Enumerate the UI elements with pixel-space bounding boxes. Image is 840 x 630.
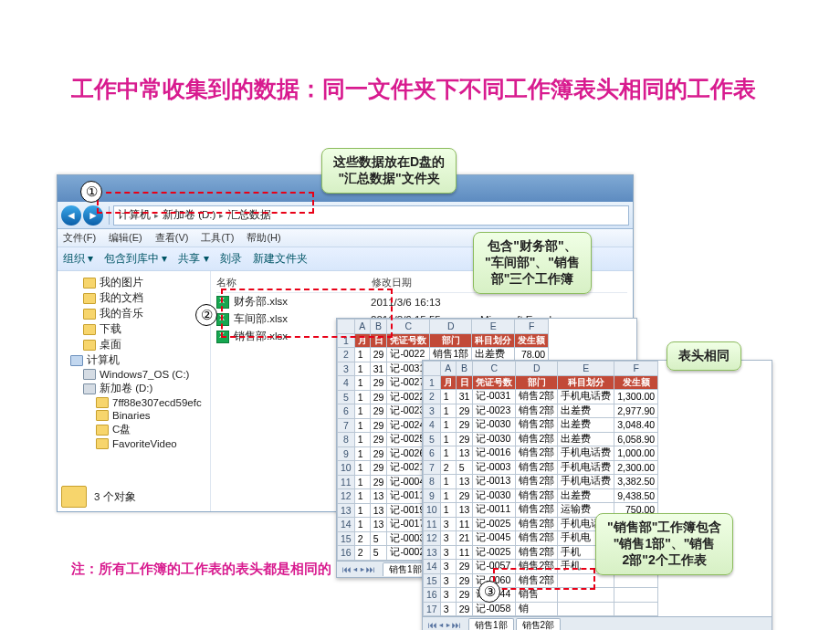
- tree-item[interactable]: 我的图片: [58, 275, 210, 290]
- table-cell[interactable]: 2: [354, 546, 370, 561]
- table-cell[interactable]: 3: [440, 545, 456, 560]
- table-cell[interactable]: 29: [370, 433, 387, 447]
- table-cell[interactable]: 1: [440, 418, 456, 433]
- table-cell[interactable]: 3: [440, 531, 456, 546]
- table-cell[interactable]: 6,058.90: [614, 432, 658, 446]
- table-cell[interactable]: 29: [456, 588, 473, 603]
- table-cell[interactable]: 1: [354, 518, 370, 532]
- table-cell[interactable]: 销售2部: [516, 418, 558, 433]
- table-cell[interactable]: 1: [354, 461, 370, 476]
- tree-item[interactable]: 新加卷 (D:): [58, 381, 210, 396]
- table-cell[interactable]: 5: [370, 531, 387, 546]
- table-cell[interactable]: 1: [440, 488, 456, 503]
- table-cell[interactable]: [558, 588, 614, 603]
- tree-item[interactable]: 我的音乐: [58, 306, 210, 321]
- table-cell[interactable]: 2,300.00: [614, 460, 658, 475]
- table-cell[interactable]: 1: [440, 390, 456, 404]
- table-cell[interactable]: 2: [440, 460, 456, 475]
- table-cell[interactable]: 销售2部: [516, 531, 558, 546]
- table-cell[interactable]: 3: [440, 588, 456, 603]
- table-cell[interactable]: 29: [456, 418, 473, 433]
- menu-help[interactable]: 帮助(H): [247, 231, 280, 245]
- table-cell[interactable]: 9,438.50: [614, 488, 658, 503]
- table-cell[interactable]: 销售2部: [516, 488, 558, 503]
- table-cell[interactable]: 1: [440, 503, 456, 518]
- tree-item[interactable]: C盘: [58, 422, 210, 437]
- table-cell[interactable]: 3: [440, 560, 456, 574]
- table-cell[interactable]: 1: [354, 446, 370, 461]
- table-cell[interactable]: 2,977.90: [614, 404, 658, 418]
- toolbar-organize[interactable]: 组织 ▾: [63, 252, 93, 266]
- table-cell[interactable]: 手机电话费: [558, 460, 614, 475]
- table-cell[interactable]: 1,000.00: [614, 446, 658, 461]
- table-cell[interactable]: 1: [354, 390, 370, 404]
- table-cell[interactable]: 记-0013: [473, 475, 516, 489]
- table-cell[interactable]: 3,048.40: [614, 418, 658, 433]
- tree-item[interactable]: 下载: [58, 321, 210, 337]
- sheet-tab[interactable]: 销售1部: [468, 618, 514, 630]
- back-button[interactable]: ◄: [61, 205, 81, 226]
- table-cell[interactable]: 29: [370, 475, 387, 489]
- table-cell[interactable]: [614, 573, 658, 588]
- table-cell[interactable]: 销售: [516, 588, 558, 603]
- toolbar-share[interactable]: 共享 ▾: [178, 252, 208, 266]
- table-cell[interactable]: 11: [456, 517, 473, 531]
- table-cell[interactable]: 13: [370, 503, 387, 518]
- tree-item[interactable]: Binaries: [58, 409, 210, 422]
- table-cell[interactable]: 记-0023: [473, 404, 516, 418]
- table-cell[interactable]: 销售2部: [516, 460, 558, 475]
- table-cell[interactable]: 记-0045: [473, 531, 516, 546]
- table-cell[interactable]: 29: [456, 560, 473, 574]
- table-cell[interactable]: 销: [516, 602, 558, 616]
- tree-item[interactable]: 我的文档: [58, 290, 210, 306]
- table-cell[interactable]: 记-0025: [473, 545, 516, 560]
- table-cell[interactable]: 29: [456, 488, 473, 503]
- table-cell[interactable]: 手机电话费: [558, 446, 614, 461]
- table-cell[interactable]: 1: [440, 446, 456, 461]
- table-cell[interactable]: 手机电话费: [558, 475, 614, 489]
- table-cell[interactable]: 记-0030: [473, 488, 516, 503]
- table-cell[interactable]: 3: [440, 573, 456, 588]
- table-cell[interactable]: 销售2部: [516, 517, 558, 531]
- table-cell[interactable]: 1: [354, 376, 370, 391]
- table-cell[interactable]: 13: [456, 475, 473, 489]
- table-cell[interactable]: 1: [354, 348, 370, 362]
- tree-item[interactable]: FavoriteVideo: [58, 437, 210, 450]
- table-cell[interactable]: 3: [440, 517, 456, 531]
- table-cell[interactable]: 11: [456, 545, 473, 560]
- file-row[interactable]: 财务部.xlsx2011/3/6 16:13: [216, 293, 627, 310]
- table-cell[interactable]: 29: [456, 602, 473, 616]
- table-cell[interactable]: 1: [354, 362, 370, 376]
- table-cell[interactable]: 出差费: [558, 488, 614, 503]
- table-cell[interactable]: 1: [354, 433, 370, 447]
- forward-button[interactable]: ►: [83, 205, 103, 226]
- table-cell[interactable]: 13: [370, 489, 387, 504]
- table-cell[interactable]: 29: [370, 390, 387, 404]
- table-cell[interactable]: 13: [456, 503, 473, 518]
- table-cell[interactable]: 1: [440, 475, 456, 489]
- table-cell[interactable]: [558, 602, 614, 616]
- table-cell[interactable]: 13: [370, 518, 387, 532]
- table-cell[interactable]: 记-0025: [473, 517, 516, 531]
- table-cell[interactable]: 销售2部: [516, 475, 558, 489]
- table-cell[interactable]: [614, 588, 658, 603]
- table-cell[interactable]: 29: [370, 461, 387, 476]
- tree-item[interactable]: 计算机: [58, 352, 210, 368]
- toolbar-include[interactable]: 包含到库中 ▾: [104, 252, 167, 266]
- table-cell[interactable]: 29: [456, 432, 473, 446]
- table-cell[interactable]: 1,300.00: [614, 390, 658, 404]
- tree-item[interactable]: 7ff88e307ecd59efc: [58, 396, 210, 409]
- table-cell[interactable]: 29: [370, 418, 387, 433]
- table-cell[interactable]: 销售2部: [516, 390, 558, 404]
- table-cell[interactable]: 销售2部: [516, 573, 558, 588]
- table-cell[interactable]: 出差费: [558, 404, 614, 418]
- table-cell[interactable]: 记-0030: [473, 418, 516, 433]
- toolbar-burn[interactable]: 刻录: [220, 252, 242, 266]
- table-cell[interactable]: 1: [354, 404, 370, 419]
- table-cell[interactable]: 3,382.50: [614, 475, 658, 489]
- table-cell[interactable]: 1: [354, 503, 370, 518]
- menu-file[interactable]: 文件(F): [63, 231, 96, 245]
- table-cell[interactable]: 29: [370, 348, 387, 362]
- table-cell[interactable]: 记-0031: [473, 390, 516, 404]
- sheet-nav-icon[interactable]: ⏮◀▶⏭: [428, 620, 463, 630]
